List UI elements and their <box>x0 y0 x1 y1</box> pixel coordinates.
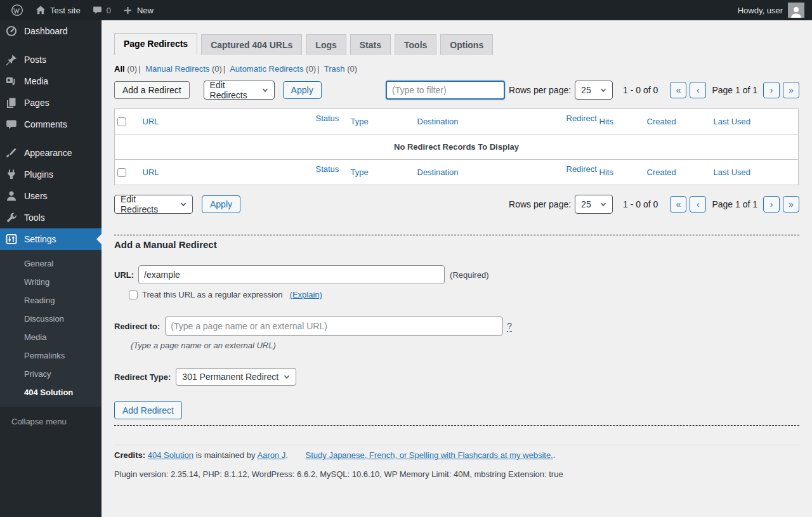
sidebar-item-tools[interactable]: Tools <box>0 207 102 228</box>
submenu-discussion[interactable]: Discussion <box>0 310 102 328</box>
column-footer-destination[interactable]: Destination <box>417 167 459 177</box>
visit-site-link[interactable]: Test site <box>29 0 86 20</box>
apply-button[interactable]: Apply <box>283 81 322 99</box>
sidebar-item-comments[interactable]: Comments <box>0 114 102 135</box>
column-footer-created[interactable]: Created <box>647 167 676 177</box>
comments-icon <box>5 118 18 131</box>
column-footer-last-used[interactable]: Last Used <box>714 167 751 177</box>
pagination-area-bottom: Rows per page: 25 1 - 0 of 0 « ‹ Page 1 … <box>509 195 799 214</box>
new-content-link[interactable]: New <box>117 0 159 20</box>
tab-captured-404-urls[interactable]: Captured 404 URLs <box>201 34 302 55</box>
first-page-button[interactable]: « <box>670 82 686 98</box>
bulk-action-value: Edit Redirects <box>121 194 175 214</box>
chevron-down-icon <box>262 87 268 93</box>
next-page-button-bottom[interactable]: › <box>763 196 780 213</box>
chevron-down-icon <box>180 201 187 207</box>
credits-label: Credits: <box>114 450 145 460</box>
sidebar-item-users[interactable]: Users <box>0 185 102 207</box>
submenu-general[interactable]: General <box>0 254 102 273</box>
pagination-area: Rows per page: 25 1 - 0 of 0 « ‹ Page 1 … <box>509 81 799 100</box>
settings-sliders-icon <box>5 233 18 245</box>
redirect-type-select[interactable]: 301 Permanent Redirect <box>176 368 296 386</box>
sidebar-item-label: Tools <box>24 213 45 223</box>
comments-count: 0 <box>107 6 111 15</box>
column-header-redirect[interactable]: Redirect <box>566 114 597 123</box>
admin-bar: Test site 0 New Howdy, user <box>0 0 812 20</box>
tab-stats[interactable]: Stats <box>350 34 391 55</box>
column-footer-type[interactable]: Type <box>351 167 369 177</box>
sidebar-item-appearance[interactable]: Appearance <box>0 142 102 164</box>
sidebar-item-label: Plugins <box>24 169 53 180</box>
plugin-homepage-link[interactable]: 404 Solution <box>148 450 193 460</box>
sidebar-item-plugins[interactable]: Plugins <box>0 164 102 185</box>
next-page-button[interactable]: › <box>763 82 780 98</box>
redirect-to-field[interactable] <box>165 317 503 336</box>
last-page-button[interactable]: » <box>783 82 799 98</box>
rows-per-page-select[interactable]: 25 <box>575 81 613 100</box>
column-header-type[interactable]: Type <box>351 117 369 126</box>
help-question-link[interactable]: ? <box>507 321 512 332</box>
regex-checkbox[interactable] <box>129 291 138 299</box>
last-page-button-bottom[interactable]: » <box>783 196 799 213</box>
submenu-permalinks[interactable]: Permalinks <box>0 346 102 365</box>
column-header-destination[interactable]: Destination <box>417 117 459 126</box>
column-footer-redirect[interactable]: Redirect <box>566 164 597 174</box>
bulk-action-select-bottom[interactable]: Edit Redirects <box>114 195 193 214</box>
explain-link[interactable]: (Explain) <box>290 290 322 299</box>
rows-per-page-label: Rows per page: <box>509 85 571 95</box>
first-page-button-bottom[interactable]: « <box>670 196 686 213</box>
author-link[interactable]: Aaron J <box>257 450 285 460</box>
column-header-status[interactable]: Status <box>316 114 339 123</box>
sidebar-item-posts[interactable]: Posts <box>0 49 102 70</box>
add-a-redirect-button[interactable]: Add a Redirect <box>114 81 190 99</box>
comment-bubble-icon <box>92 5 103 16</box>
redirect-to-hint: (Type a page name or an external URL) <box>131 341 799 350</box>
filter-automatic-redirects[interactable]: Automatic Redirects <box>230 64 303 74</box>
column-header-created[interactable]: Created <box>647 117 676 126</box>
column-footer-url[interactable]: URL <box>143 167 159 177</box>
maintained-text: is maintained by <box>193 450 257 460</box>
sidebar-item-settings[interactable]: Settings <box>0 228 102 250</box>
sidebar-item-dashboard[interactable]: Dashboard <box>0 20 102 42</box>
column-footer-status[interactable]: Status <box>316 164 339 174</box>
prev-page-button[interactable]: ‹ <box>690 82 706 98</box>
tab-tools[interactable]: Tools <box>395 34 436 55</box>
prev-page-button-bottom[interactable]: ‹ <box>690 196 706 213</box>
chevron-down-icon <box>600 201 606 207</box>
tab-options[interactable]: Options <box>440 34 493 55</box>
submenu-media[interactable]: Media <box>0 328 102 346</box>
filter-trash[interactable]: Trash <box>324 64 345 74</box>
select-all-checkbox-bottom[interactable] <box>117 168 126 177</box>
tab-page-redirects[interactable]: Page Redirects <box>114 33 197 55</box>
column-header-hits[interactable]: Hits <box>599 117 613 126</box>
filter-manual-redirects[interactable]: Manual Redirects <box>145 64 209 74</box>
filter-input[interactable] <box>386 81 505 100</box>
add-redirect-button[interactable]: Add Redirect <box>114 401 182 419</box>
submenu-reading[interactable]: Reading <box>0 291 102 310</box>
apply-button-bottom[interactable]: Apply <box>202 195 240 213</box>
promo-link[interactable]: Study Japanese, French, or Spelling with… <box>306 450 553 460</box>
column-header-url[interactable]: URL <box>143 117 159 126</box>
home-icon <box>35 4 46 16</box>
credits-line: Credits: 404 Solution is maintained by A… <box>114 450 799 461</box>
url-field[interactable] <box>138 265 445 284</box>
submenu-404-solution[interactable]: 404 Solution <box>0 383 102 402</box>
submenu-writing[interactable]: Writing <box>0 273 102 291</box>
collapse-menu-button[interactable]: Collapse menu <box>0 410 102 432</box>
filter-all[interactable]: All <box>114 64 125 74</box>
select-all-checkbox[interactable] <box>117 117 126 126</box>
redirect-type-value: 301 Permanent Redirect <box>182 372 278 382</box>
submenu-privacy[interactable]: Privacy <box>0 365 102 383</box>
column-header-last-used[interactable]: Last Used <box>714 117 751 126</box>
dot: . <box>285 450 288 460</box>
howdy-account-link[interactable]: Howdy, user <box>738 3 804 18</box>
wordpress-logo-menu[interactable] <box>5 0 29 20</box>
column-footer-hits[interactable]: Hits <box>599 167 613 177</box>
tab-logs[interactable]: Logs <box>306 34 346 55</box>
sidebar-item-pages[interactable]: Pages <box>0 92 102 114</box>
sidebar-item-label: Comments <box>24 119 67 129</box>
sidebar-item-media[interactable]: Media <box>0 70 102 92</box>
bulk-action-select[interactable]: Edit Redirects <box>204 81 275 100</box>
rows-per-page-select-bottom[interactable]: 25 <box>575 195 613 214</box>
comments-bubble-link[interactable]: 0 <box>86 0 117 20</box>
